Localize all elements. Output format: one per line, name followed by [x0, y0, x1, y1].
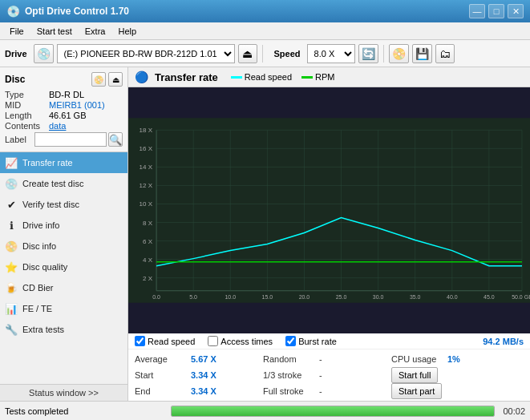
length-label: Length — [5, 111, 49, 120]
nav-item-extra-tests[interactable]: 🔧 Extra tests — [0, 319, 127, 340]
menu-bar: File Start test Extra Help — [0, 22, 530, 40]
stat-row-full-stroke: Full stroke - — [263, 383, 391, 399]
chart-header: 🔵 Transfer rate Read speed RPM — [128, 67, 530, 87]
save-button[interactable]: 🗂 — [435, 44, 455, 63]
extra-tests-icon: 🔧 — [5, 323, 18, 336]
disc-eject-icon-btn[interactable]: ⏏ — [108, 72, 123, 87]
drive-info-icon: ℹ — [5, 219, 18, 232]
nav-item-fe-te[interactable]: 📊 FE / TE — [0, 298, 127, 319]
disc-panel: Disc 📀 ⏏ Type BD-R DL MID MEIRB1 (001) L… — [0, 67, 127, 152]
end-value: 3.34 X — [191, 386, 216, 396]
label-input[interactable] — [34, 132, 107, 147]
nav-list: 📈 Transfer rate 💿 Create test disc ✔ Ver… — [0, 152, 127, 384]
chart-icon: 🔵 — [135, 71, 148, 83]
fe-te-icon: 📊 — [5, 302, 18, 315]
stats-grid: Average 5.67 X Random - CPU usage 1% Sta… — [128, 349, 530, 401]
maximize-button[interactable]: □ — [488, 4, 504, 18]
disc-info-icon-btn[interactable]: 📀 — [91, 72, 106, 87]
window-controls: — □ ✕ — [469, 4, 524, 18]
svg-text:45.0: 45.0 — [483, 294, 495, 300]
speed-select[interactable]: 8.0 X — [307, 44, 355, 63]
toolbar-separator-1 — [262, 45, 263, 63]
start-value: 3.34 X — [191, 370, 216, 380]
cb-access-times: Access times — [208, 336, 273, 346]
cd-bier-icon: 🍺 — [5, 281, 18, 294]
status-time: 00:02 — [503, 406, 525, 416]
sidebar: Disc 📀 ⏏ Type BD-R DL MID MEIRB1 (001) L… — [0, 67, 128, 401]
progress-bar — [171, 406, 495, 417]
drive-select[interactable]: (E:) PIONEER BD-RW BDR-212D 1.01 — [57, 44, 235, 63]
create-test-disc-icon: 💿 — [5, 177, 18, 190]
verify-test-disc-icon: ✔ — [5, 198, 18, 211]
label-icon-btn[interactable]: 🔍 — [108, 132, 123, 147]
drive-icon-btn[interactable]: 💿 — [34, 44, 54, 63]
disc-write-button[interactable]: 💾 — [412, 44, 432, 63]
cb-burst-rate-input[interactable] — [285, 336, 296, 346]
close-button[interactable]: ✕ — [508, 4, 524, 18]
chart-container: 18 X 16 X 14 X 12 X 10 X 8 X 6 X 4 X 2 X… — [128, 87, 530, 333]
menu-start-test[interactable]: Start test — [30, 25, 79, 38]
title-bar: 💿 Opti Drive Control 1.70 — □ ✕ — [0, 0, 530, 22]
contents-value[interactable]: data — [49, 121, 66, 131]
disc-info-icon: 📀 — [5, 240, 18, 252]
cb-read-speed-input[interactable] — [135, 336, 145, 346]
start-part-button[interactable]: Start part — [391, 383, 442, 399]
stat-row-start: Start 3.34 X — [135, 367, 263, 383]
burst-rate-display: 94.2 MB/s — [483, 337, 524, 346]
menu-extra[interactable]: Extra — [79, 25, 112, 38]
legend-rpm: RPM — [301, 72, 334, 82]
svg-text:10 X: 10 X — [140, 200, 153, 208]
speed-label: Speed — [274, 49, 301, 59]
svg-text:16 X: 16 X — [140, 145, 153, 152]
start-full-button[interactable]: Start full — [391, 367, 438, 383]
refresh-button[interactable]: 🔄 — [358, 44, 378, 63]
svg-text:25.0: 25.0 — [336, 294, 347, 300]
nav-label-fe-te: FE / TE — [22, 304, 52, 313]
minimize-button[interactable]: — — [469, 4, 485, 18]
legend-read-speed: Read speed — [231, 72, 292, 82]
svg-text:8 X: 8 X — [143, 220, 153, 227]
stat-row-start-part: Start part — [391, 383, 524, 399]
svg-text:5.0: 5.0 — [189, 294, 197, 300]
mid-value: MEIRB1 (001) — [49, 100, 105, 110]
chart-title: Transfer rate — [155, 71, 218, 83]
status-window-button[interactable]: Status window >> — [0, 384, 127, 401]
mid-label: MID — [5, 100, 49, 110]
svg-text:0.0: 0.0 — [152, 294, 160, 300]
stat-row-random: Random - — [263, 351, 391, 367]
nav-item-create-test-disc[interactable]: 💿 Create test disc — [0, 173, 127, 194]
cb-access-times-label: Access times — [220, 337, 273, 346]
nav-item-disc-quality[interactable]: ⭐ Disc quality — [0, 256, 127, 277]
transfer-rate-icon: 📈 — [5, 156, 18, 169]
nav-item-verify-test-disc[interactable]: ✔ Verify test disc — [0, 194, 127, 215]
svg-text:4 X: 4 X — [143, 256, 153, 264]
svg-rect-0 — [128, 118, 530, 302]
svg-text:14 X: 14 X — [140, 164, 153, 171]
nav-label-verify-test-disc: Verify test disc — [22, 200, 79, 209]
cb-read-speed: Read speed — [135, 336, 195, 346]
svg-text:6 X: 6 X — [143, 238, 153, 245]
legend-rpm-color — [301, 76, 313, 79]
label-label: Label — [5, 135, 34, 144]
status-text: Tests completed — [5, 406, 166, 416]
average-label: Average — [135, 354, 191, 364]
nav-item-drive-info[interactable]: ℹ Drive info — [0, 215, 127, 236]
nav-label-extra-tests: Extra tests — [22, 325, 64, 334]
nav-label-cd-bier: CD Bier — [22, 283, 54, 293]
svg-text:30.0: 30.0 — [373, 294, 384, 300]
cb-access-times-input[interactable] — [208, 336, 218, 346]
chart-checkboxes: Read speed Access times Burst rate 94.2 … — [128, 333, 530, 349]
progress-bar-fill — [172, 406, 494, 416]
nav-item-disc-info[interactable]: 📀 Disc info — [0, 236, 127, 256]
svg-text:10.0: 10.0 — [225, 294, 236, 300]
random-label: Random — [263, 354, 319, 364]
nav-item-cd-bier[interactable]: 🍺 CD Bier — [0, 277, 127, 298]
nav-item-transfer-rate[interactable]: 📈 Transfer rate — [0, 152, 127, 173]
eject-button[interactable]: ⏏ — [238, 44, 257, 63]
svg-text:20.0: 20.0 — [299, 294, 310, 300]
menu-help[interactable]: Help — [111, 25, 143, 38]
menu-file[interactable]: File — [3, 25, 30, 38]
disc-read-button[interactable]: 📀 — [389, 44, 409, 63]
stat-row-cpu: CPU usage 1% — [391, 351, 524, 367]
stat-row-one-third: 1/3 stroke - — [263, 367, 391, 383]
